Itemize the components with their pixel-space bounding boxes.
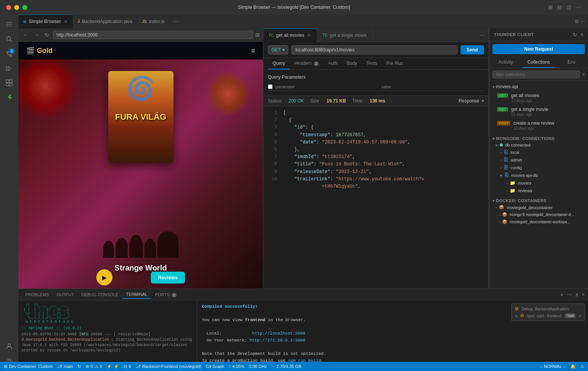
tab-index-js[interactable]: JS index.js [137,15,170,28]
browser-tab-icon: ⊕ [23,19,26,24]
status-cpu[interactable]: ↑ 4.55% [229,364,244,369]
tab-overflow-menu[interactable]: ⋯ [170,18,182,25]
term-line-note: Note that the development build is not o… [202,351,583,358]
db-item-movies-collection[interactable]: › 📁 movies [489,179,588,187]
tab-env[interactable]: Env [555,57,588,68]
status-remote[interactable]: ⚡ ⚡ [107,364,119,369]
tab-collections[interactable]: Collections [522,57,555,68]
status-ports[interactable]: ⊡ 6 [124,364,131,369]
status-sync[interactable]: ↻ [78,364,81,369]
editor-split: ← → ↻ ⊞ 🎬 Gold [18,28,588,289]
activity-thunder[interactable] [2,91,16,104]
filter-menu-icon[interactable]: ≡ [582,72,585,77]
thunder-refresh-icon[interactable]: ↻ [573,31,577,38]
collection-item-post-review[interactable]: POST create a new review 13 days ago [489,119,588,132]
back-button[interactable]: ← [21,31,30,39]
collection-item-get-all-movies[interactable]: GET get all movies 13 days ago [489,91,588,105]
request-bar: GET ▾ Send [263,42,489,58]
db-item-reviews-collection[interactable]: › 📁 reviews [489,187,588,195]
tab-backend-java[interactable]: J BackendApplication.java [73,15,137,28]
status-backend-frontend[interactable]: ⎇ Backend+Frontend (moviegold) [136,364,202,369]
collection-header-movies-api[interactable]: ▾ movies-api [489,82,588,91]
panel-tab-problems[interactable]: PROBLEMS [21,291,53,298]
http-tab-close-1[interactable]: × [307,32,311,38]
hamburger-menu[interactable]: ≡ [251,47,255,55]
db-item-config[interactable]: › 🗄 config [489,164,588,171]
docker-item-devcontainer[interactable]: › 📦 moviegold_devcontainer [489,204,588,211]
reviews-button[interactable]: Reviews [151,272,185,284]
customize-layout-icon[interactable]: ⊡ [567,4,573,10]
http-tab-get-all-movies[interactable]: TC get all movies × [263,28,317,42]
close-button[interactable] [6,5,11,10]
play-button[interactable]: ▶ [96,269,112,285]
tab-simple-browser[interactable]: ⊕ Simple Browser × [18,15,73,28]
refresh-button[interactable]: ↻ [43,31,51,39]
filter-input[interactable] [492,71,580,78]
add-terminal-icon[interactable]: + [560,292,563,298]
activity-extensions[interactable] [2,76,16,90]
status-memory[interactable]: ··· 2.70/3.35 GB [271,364,301,369]
split-editor-icon[interactable]: ⊞ [548,4,554,10]
terminal-left[interactable]: /\ /\_ __ ___ ___ ( ) ) '_ |/ _ \/ __| \… [18,300,197,371]
tab-tests[interactable]: Tests [362,58,382,69]
split-terminal-icon[interactable]: ⋯ [567,292,572,298]
status-warning-bell[interactable]: ⚠ [580,364,584,369]
activity-accounts[interactable] [2,340,16,353]
open-external-icon[interactable]: ⊞ [255,32,260,38]
status-git-graph[interactable]: Git Graph [206,364,224,369]
status-container[interactable]: ⊞ Dev Container: Custom [4,364,53,369]
query-checkbox-all[interactable] [268,84,273,89]
tab-activity[interactable]: Activity [489,57,522,68]
activity-explorer[interactable] [2,18,16,31]
maximize-panel-icon[interactable]: ∧ [575,292,579,298]
activity-search[interactable] [2,32,16,46]
url-input[interactable] [53,31,253,39]
collection-item-get-single-movie[interactable]: GET get a single movie 13 days ago [489,105,588,119]
status-vim[interactable]: -- NORMAL -- [540,364,566,369]
http-tab-get-single-movie[interactable]: TC get a single movie [317,28,373,42]
new-request-button[interactable]: New Request [492,44,585,54]
movie-nav: 🎬 Gold ≡ [18,42,263,59]
json-viewer[interactable]: 1 [ 2 { 3 "id": { [263,106,489,289]
method-badge-post-1: POST [497,121,510,125]
db-item-admin[interactable]: › 🗄 admin [489,156,588,164]
response-chevron-icon[interactable]: ▾ [482,98,484,104]
tab-close-browser[interactable]: × [63,18,68,25]
tab-headers[interactable]: Headers 2 [290,58,324,69]
db-item-movies-api-db[interactable]: ▾ 🗄 movies-api-db [489,171,588,179]
method-select[interactable]: GET ▾ [268,45,288,54]
minimize-button[interactable] [14,5,19,10]
url-input-http[interactable] [291,45,458,54]
http-tab-label-1: get all movies [276,33,304,38]
tab-query[interactable]: Query [268,58,290,69]
forward-button[interactable]: → [32,31,41,39]
docker-item-mongo[interactable]: › 📦 mongo:6 moviegold_devcontainer-d... [489,211,588,218]
thunder-close-icon[interactable]: × [580,31,583,38]
more-actions-icon[interactable]: ⋯ [576,4,582,10]
tab-pre-run[interactable]: Pre Run [382,58,408,69]
status-branch[interactable]: ⎇ main [57,364,73,369]
db-item-local[interactable]: › 🗄 local [489,148,588,156]
tab-auth[interactable]: Auth [323,58,342,69]
status-errors[interactable]: ⊘ 0 ⚠ 0 [86,364,102,369]
status-freq[interactable]: 0.00 GHz [249,364,267,369]
movies-collection-label: movies [518,181,531,185]
panel-tab-terminal[interactable]: TERMINAL [122,290,151,299]
layout-icon[interactable]: ⊟ [557,4,563,10]
http-tab-overflow[interactable]: ⋯ [476,33,489,38]
panel-tab-ports[interactable]: PORTS 6 [151,291,180,298]
overflow-dots-icon[interactable]: ⋯ [580,19,585,24]
activity-source-control[interactable]: 2 [2,47,16,61]
panel-tab-debug[interactable]: DEBUG CONSOLE [78,291,122,298]
tab-body[interactable]: Body [342,58,362,69]
maximize-button[interactable] [22,5,27,10]
db-item-connected[interactable]: ▾ db connected [489,142,588,148]
terminal-right[interactable]: Compiled successfully! You can now view … [197,300,588,371]
panel-tab-output[interactable]: OUTPUT [53,291,78,298]
docker-item-workspace[interactable]: › 📦 moviegold_devcontainer-workspa... [489,218,588,226]
activity-run-debug[interactable] [2,61,16,75]
status-notification[interactable]: 🔔 [570,364,576,369]
close-panel-icon[interactable]: × [582,292,585,298]
send-button[interactable]: Send [461,45,484,54]
split-horizontal-icon[interactable]: ⊞ [575,19,579,24]
